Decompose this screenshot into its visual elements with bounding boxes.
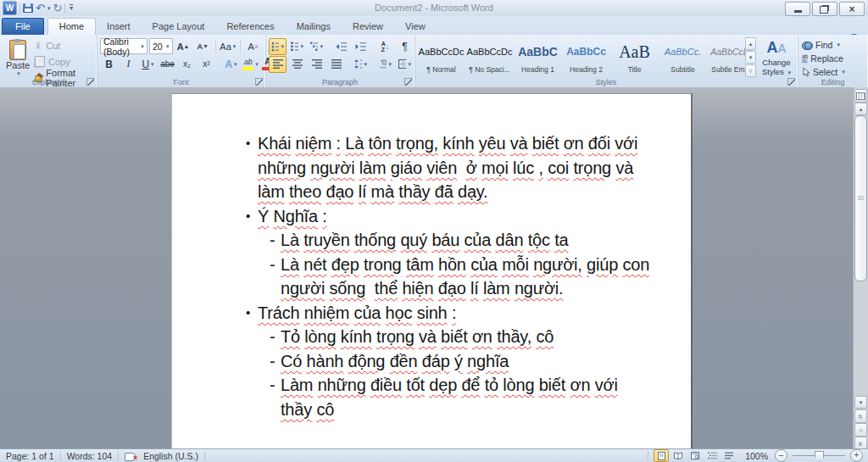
close-button[interactable]: ×: [839, 2, 865, 16]
clear-formatting-button[interactable]: Aa: [244, 38, 262, 55]
numbering-button[interactable]: ▾: [288, 38, 306, 55]
style-normal[interactable]: AaBbCcDc¶ Normal: [418, 37, 465, 76]
superscript-button[interactable]: x²: [198, 56, 215, 73]
gallery-up-icon[interactable]: ▴: [745, 37, 756, 50]
justify-button[interactable]: [327, 56, 345, 73]
shrink-font-button[interactable]: A▼: [194, 38, 212, 55]
underline-button[interactable]: U▾: [139, 56, 157, 73]
bullets-button[interactable]: ▾: [269, 38, 287, 55]
tab-file[interactable]: File: [2, 18, 44, 35]
align-left-button[interactable]: [269, 56, 287, 73]
tab-references[interactable]: References: [215, 18, 285, 35]
language-indicator[interactable]: English (U.S.): [142, 449, 204, 462]
zoom-slider-handle[interactable]: [815, 451, 824, 461]
tab-page-layout[interactable]: Page Layout: [142, 18, 216, 35]
change-case-button[interactable]: Aa▾: [219, 38, 236, 55]
web-layout-view-button[interactable]: [687, 449, 703, 462]
zoom-in-button[interactable]: +: [850, 449, 863, 462]
outline-view-button[interactable]: [704, 449, 720, 462]
style-title[interactable]: AaBTitle: [611, 37, 658, 76]
customize-qat-icon[interactable]: ▾: [70, 4, 73, 12]
multilevel-list-button[interactable]: ▾: [308, 38, 326, 55]
italic-button[interactable]: I: [120, 56, 137, 73]
bold-button[interactable]: B: [100, 56, 118, 73]
restore-button[interactable]: [812, 2, 837, 16]
line-spacing-button[interactable]: ▾: [352, 56, 370, 73]
document-line[interactable]: •Ý Nghĩa :: [172, 204, 686, 229]
scroll-up-button[interactable]: ▴: [854, 103, 867, 115]
replace-button[interactable]: abac Replace: [800, 52, 847, 65]
borders-button[interactable]: ▾: [396, 56, 414, 73]
paragraph-dialog-launcher-icon[interactable]: [404, 78, 412, 86]
tab-view[interactable]: View: [394, 18, 437, 35]
minimize-button[interactable]: [785, 2, 810, 16]
zoom-out-button[interactable]: –: [775, 449, 787, 462]
previous-page-button[interactable]: «: [854, 409, 867, 423]
document-line[interactable]: -Làm những điều tốt dẹp để tỏ lòng biết …: [172, 373, 686, 398]
save-icon[interactable]: [23, 3, 33, 13]
draft-view-button[interactable]: [721, 449, 737, 462]
text-effects-button[interactable]: A▾: [222, 56, 240, 73]
subscript-button[interactable]: x₂: [178, 56, 196, 73]
document-line[interactable]: -Tỏ lòng kính trọng và biết ơn thầy, cô: [172, 325, 686, 349]
word-logo-icon[interactable]: W: [3, 1, 17, 15]
document-line[interactable]: -Là truyền thống quý báu của dân tộc ta: [172, 228, 686, 253]
highlight-button[interactable]: ab▾: [242, 56, 259, 73]
document-line[interactable]: -Là nét đẹp trong tâm hồn của mỗi người,…: [172, 253, 686, 277]
document-line[interactable]: •Khái niệm : Là tôn trọng, kính yêu và b…: [172, 131, 686, 156]
document-line[interactable]: •Trách nhiệm của học sinh :: [172, 301, 686, 326]
shading-button[interactable]: ▾: [376, 56, 394, 73]
change-styles-button[interactable]: AA Change Styles ▾: [758, 37, 795, 81]
document-page[interactable]: •Khái niệm : Là tôn trọng, kính yêu và b…: [171, 93, 691, 449]
undo-dropdown-icon[interactable]: ▾: [47, 5, 51, 12]
cut-button[interactable]: ✂ Cut: [32, 37, 97, 53]
full-screen-reading-view-button[interactable]: [670, 449, 686, 462]
scrollbar-thumb[interactable]: [854, 115, 867, 281]
numbering-icon: [291, 42, 298, 52]
select-button[interactable]: Select▾: [800, 65, 847, 79]
zoom-slider[interactable]: [793, 450, 845, 461]
undo-icon[interactable]: ↶: [36, 3, 45, 14]
style-heading-1[interactable]: AaBbCHeading 1: [515, 37, 561, 76]
zoom-level[interactable]: 100%: [745, 451, 768, 461]
next-page-button[interactable]: »: [854, 437, 867, 449]
document-line[interactable]: làm theo đạo lí mà thầy đã dạy.: [172, 180, 686, 204]
tab-review[interactable]: Review: [342, 18, 394, 35]
gallery-down-icon[interactable]: ▾: [745, 51, 756, 64]
redo-icon[interactable]: ↻: [53, 3, 62, 14]
ruler-toggle-button[interactable]: [854, 89, 867, 103]
spell-check-indicator[interactable]: [119, 449, 142, 462]
font-dialog-launcher-icon[interactable]: [255, 78, 263, 86]
align-right-button[interactable]: [308, 56, 326, 73]
decrease-indent-button[interactable]: [332, 38, 350, 55]
styles-dialog-launcher-icon[interactable]: [787, 78, 795, 86]
document-line[interactable]: người sống thể hiện đạo lí làm người.: [172, 276, 686, 301]
tab-insert[interactable]: Insert: [96, 18, 142, 35]
clipboard-dialog-launcher-icon[interactable]: [86, 78, 94, 86]
page-number-indicator[interactable]: Page: 1 of 1: [0, 449, 60, 462]
font-family-combobox[interactable]: Calibri (Body) ▾: [100, 38, 147, 54]
align-center-button[interactable]: [288, 56, 306, 73]
grow-font-button[interactable]: A▲: [175, 38, 192, 55]
show-hide-button[interactable]: ¶: [396, 38, 414, 55]
document-line[interactable]: thầy cô: [172, 398, 686, 422]
increase-indent-button[interactable]: [352, 38, 370, 55]
scroll-down-button[interactable]: ▾: [854, 396, 867, 409]
browse-object-button[interactable]: ○: [854, 423, 867, 437]
word-count-indicator[interactable]: Words: 104: [61, 449, 119, 462]
strikethrough-button[interactable]: abe: [159, 56, 176, 73]
style-subtitle[interactable]: AaBbCc.Subtitle: [659, 37, 706, 76]
style-no-spaci[interactable]: AaBbCcDc¶ No Spaci...: [466, 37, 513, 76]
document-line[interactable]: những người làm giáo viên ở mọi lúc , co…: [172, 156, 686, 181]
tab-home[interactable]: Home: [47, 18, 96, 35]
print-layout-view-button[interactable]: [654, 449, 669, 462]
sort-button[interactable]: AZ ↓: [376, 38, 394, 55]
font-size-combobox[interactable]: 20 ▾: [149, 38, 173, 54]
find-button[interactable]: Find▾: [800, 38, 847, 52]
style-heading-2[interactable]: AaBbCcHeading 2: [563, 37, 609, 76]
document-line[interactable]: -Có hành động đền đáp ý nghĩa: [172, 349, 686, 374]
vertical-scrollbar[interactable]: ▴ ▾ « ○ »: [853, 87, 868, 449]
word: viên: [426, 159, 457, 177]
gallery-more-icon[interactable]: ▿: [745, 64, 756, 77]
tab-mailings[interactable]: Mailings: [286, 18, 342, 35]
